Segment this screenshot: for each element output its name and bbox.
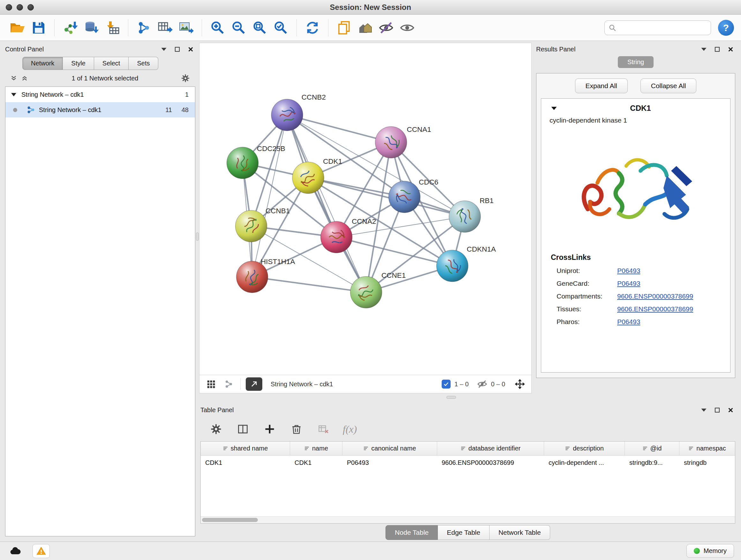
table-row[interactable]: CDK1 CDK1 P06493 9606.ENSP00000378699 cy…: [201, 455, 735, 470]
pharos-link[interactable]: P06493: [617, 318, 640, 326]
close-window-button[interactable]: [6, 4, 12, 10]
network-node-label: CCNA2: [352, 217, 376, 226]
minimize-window-button[interactable]: [17, 4, 23, 10]
create-column-button[interactable]: [262, 422, 277, 436]
column-header-shared-name[interactable]: shared name: [201, 442, 290, 455]
show-all-button[interactable]: [397, 17, 418, 38]
control-panel-float-button[interactable]: [172, 44, 182, 54]
results-panel-float-button[interactable]: [712, 44, 722, 54]
cell-name[interactable]: CDK1: [290, 459, 342, 466]
cell-namespace[interactable]: stringdb: [679, 459, 735, 466]
table-panel-float-button[interactable]: [712, 405, 722, 415]
tab-network-table[interactable]: Network Table: [489, 525, 550, 540]
tree-expand-icon[interactable]: [11, 93, 17, 97]
uniprot-link[interactable]: P06493: [617, 267, 640, 274]
table-options-button[interactable]: [209, 422, 223, 436]
crosslink-label: GeneCard:: [556, 280, 617, 287]
cloud-status-button[interactable]: [7, 544, 23, 558]
compartments-link[interactable]: 9606.ENSP00000378699: [617, 293, 693, 300]
network-edge[interactable]: [287, 115, 391, 142]
delete-table-button[interactable]: [316, 422, 331, 436]
import-table-button[interactable]: [102, 17, 123, 38]
network-canvas[interactable]: CCNB2CCNA1CDC25BCDK1CDC6RB1CCNB1CCNA2CDK…: [199, 43, 532, 375]
network-edge[interactable]: [252, 277, 366, 292]
results-panel-close-button[interactable]: [726, 44, 735, 54]
network-node-CCNA1[interactable]: CCNA1: [375, 125, 431, 159]
collapse-all-button[interactable]: [8, 73, 19, 83]
zoom-selected-button[interactable]: [270, 17, 291, 38]
memory-button[interactable]: Memory: [686, 544, 734, 558]
column-header-description[interactable]: description: [544, 442, 625, 455]
column-header-canonical-name[interactable]: canonical name: [342, 442, 437, 455]
expand-all-button[interactable]: [19, 73, 30, 83]
cell-description[interactable]: cyclin-dependent ...: [544, 459, 625, 466]
open-session-button[interactable]: [7, 17, 28, 38]
import-network-file-button[interactable]: [60, 17, 81, 38]
new-network-from-selection-button[interactable]: [133, 17, 154, 38]
horizontal-scrollbar[interactable]: [201, 516, 735, 523]
results-panel-collapse-button[interactable]: [699, 44, 709, 54]
vertical-splitter-handle[interactable]: [196, 233, 199, 241]
export-table-button[interactable]: [154, 17, 176, 38]
network-node-CDK1[interactable]: CDK1: [292, 158, 342, 193]
column-header-database-identifier[interactable]: database identifier: [437, 442, 544, 455]
table-panel-close-button[interactable]: [726, 405, 735, 415]
network-overview-button[interactable]: [222, 378, 235, 390]
birdseye-grid-button[interactable]: [205, 378, 217, 390]
table-panel-collapse-button[interactable]: [699, 405, 709, 415]
cell-shared-name[interactable]: CDK1: [201, 459, 290, 466]
network-collection-row[interactable]: String Network – cdk1 1: [5, 87, 195, 102]
tab-node-table[interactable]: Node Table: [386, 525, 438, 540]
network-edge[interactable]: [252, 115, 287, 277]
refresh-view-button[interactable]: [302, 17, 323, 38]
tab-network[interactable]: Network: [22, 57, 63, 70]
network-node-RB1[interactable]: RB1: [449, 197, 494, 233]
cell-database-identifier[interactable]: 9606.ENSP00000378699: [437, 459, 544, 466]
tab-select[interactable]: Select: [94, 57, 129, 70]
hide-selected-button[interactable]: [376, 17, 397, 38]
scrollbar-thumb[interactable]: [202, 518, 258, 522]
search-box[interactable]: [604, 20, 711, 35]
first-neighbors-button[interactable]: [354, 17, 376, 38]
collapse-all-results-button[interactable]: Collapse All: [641, 78, 697, 93]
network-node-HIST1H1A[interactable]: HIST1H1A: [237, 258, 295, 293]
warnings-button[interactable]: [32, 544, 50, 558]
network-options-button[interactable]: [180, 73, 191, 83]
function-builder-icon[interactable]: f(x): [343, 423, 357, 435]
delete-column-button[interactable]: [289, 422, 304, 436]
clone-network-button[interactable]: [333, 17, 354, 38]
help-button[interactable]: ?: [718, 20, 734, 36]
network-graph[interactable]: CCNB2CCNA1CDC25BCDK1CDC6RB1CCNB1CCNA2CDK…: [199, 43, 531, 375]
network-edge[interactable]: [287, 115, 366, 292]
export-image-button[interactable]: [176, 17, 197, 38]
column-header-namespace[interactable]: namespac: [679, 442, 735, 455]
tab-sets[interactable]: Sets: [129, 57, 158, 70]
tissues-link[interactable]: 9606.ENSP00000378699: [617, 305, 693, 313]
zoom-in-button[interactable]: [207, 17, 228, 38]
show-columns-button[interactable]: [235, 422, 250, 436]
cell-id[interactable]: stringdb:9...: [625, 459, 679, 466]
zoom-fit-button[interactable]: [249, 17, 270, 38]
column-header-id[interactable]: @id: [625, 442, 679, 455]
genecard-link[interactable]: P06493: [617, 280, 640, 287]
tab-edge-table[interactable]: Edge Table: [438, 525, 489, 540]
tab-style[interactable]: Style: [63, 57, 94, 70]
tab-string[interactable]: String: [618, 56, 654, 68]
close-icon: [188, 46, 194, 52]
export-view-button[interactable]: [246, 377, 262, 391]
search-input[interactable]: [619, 24, 707, 31]
zoom-window-button[interactable]: [27, 4, 34, 10]
save-session-button[interactable]: [28, 17, 49, 38]
gene-collapse-icon[interactable]: [551, 106, 557, 111]
fit-content-button[interactable]: [514, 378, 526, 390]
control-panel-collapse-button[interactable]: [159, 44, 169, 54]
cell-canonical-name[interactable]: P06493: [342, 459, 437, 466]
expand-all-results-button[interactable]: Expand All: [575, 78, 628, 93]
network-row[interactable]: String Network – cdk1 11 48: [5, 102, 195, 118]
column-header-name[interactable]: name: [290, 442, 342, 455]
control-panel-close-button[interactable]: [186, 44, 195, 54]
import-network-database-button[interactable]: [81, 17, 102, 38]
zoom-out-button[interactable]: [228, 17, 249, 38]
network-node-CCNB2[interactable]: CCNB2: [271, 93, 326, 131]
horizontal-splitter-handle[interactable]: [447, 396, 456, 399]
